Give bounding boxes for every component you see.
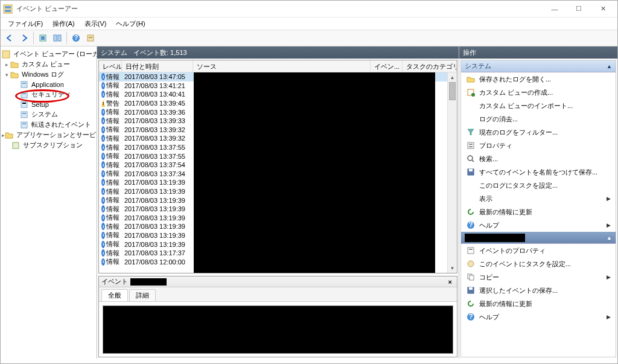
col-source[interactable]: ソース bbox=[193, 60, 371, 72]
properties-icon bbox=[466, 141, 476, 150]
action-open-saved-log[interactable]: 保存されたログを開く... bbox=[461, 72, 616, 86]
actions-pane: 操作 システム▲ 保存されたログを開く... カスタム ビューの作成... カス… bbox=[459, 46, 617, 359]
svg-point-24 bbox=[471, 93, 475, 97]
properties-icon bbox=[466, 246, 476, 255]
info-icon: i bbox=[101, 214, 105, 222]
tree-subscription[interactable]: サブスクリプション bbox=[1, 140, 97, 150]
info-icon: i bbox=[101, 144, 105, 151]
svg-rect-15 bbox=[22, 93, 26, 94]
tree-security[interactable]: セキュリティ bbox=[1, 89, 97, 100]
action-clear-log[interactable]: ログの消去... bbox=[461, 112, 616, 126]
toolbar-btn-1[interactable] bbox=[36, 31, 49, 45]
maximize-button[interactable]: ☐ bbox=[567, 2, 591, 16]
svg-rect-20 bbox=[21, 122, 27, 128]
help-icon: ? bbox=[466, 220, 476, 230]
folder-icon bbox=[10, 60, 19, 69]
action-attach-task[interactable]: このログにタスクを設定... bbox=[461, 179, 616, 192]
menu-file[interactable]: ファイル(F) bbox=[3, 18, 48, 30]
svg-rect-25 bbox=[468, 142, 474, 148]
tree-app-service[interactable]: ▸アプリケーションとサービス ログ bbox=[1, 130, 97, 140]
tree-setup[interactable]: Setup bbox=[1, 100, 97, 109]
action-attach-task-event[interactable]: このイベントにタスクを設定... bbox=[461, 257, 616, 270]
action-view[interactable]: 表示▶ bbox=[461, 192, 616, 205]
menu-view[interactable]: 表示(V) bbox=[80, 18, 112, 30]
forward-button[interactable] bbox=[18, 31, 31, 45]
event-datetime: 2017/08/03 13:39:33 bbox=[122, 117, 193, 124]
svg-rect-13 bbox=[22, 83, 26, 84]
tree-system[interactable]: システム bbox=[1, 109, 97, 120]
toolbar-btn-3[interactable] bbox=[84, 31, 97, 45]
minimize-button[interactable]: — bbox=[543, 2, 567, 16]
chevron-right-icon[interactable]: ▸ bbox=[3, 62, 10, 68]
event-level-label: 情報 bbox=[106, 107, 119, 117]
tree-custom-view[interactable]: ▸カスタム ビュー bbox=[1, 59, 97, 69]
event-datetime: 2017/08/03 13:39:45 bbox=[122, 100, 193, 107]
event-datetime: 2017/08/03 13:47:05 bbox=[122, 73, 193, 80]
col-eventid[interactable]: イベン... bbox=[371, 60, 403, 72]
action-filter-log[interactable]: 現在のログをフィルター... bbox=[461, 126, 616, 139]
menu-help[interactable]: ヘルプ(H) bbox=[111, 18, 150, 30]
scroll-down-icon[interactable]: ▼ bbox=[448, 263, 457, 273]
action-copy[interactable]: コピー▶ bbox=[461, 270, 616, 284]
chevron-down-icon[interactable]: ▾ bbox=[3, 72, 10, 78]
tab-general[interactable]: 全般 bbox=[101, 289, 128, 301]
refresh-icon bbox=[466, 207, 476, 217]
column-headers: レベル 日付と時刻 ソース イベン... タスクのカテゴリ bbox=[99, 60, 457, 72]
col-datetime[interactable]: 日付と時刻 bbox=[122, 60, 193, 72]
tree-application[interactable]: Application bbox=[1, 80, 97, 89]
svg-text:?: ? bbox=[74, 34, 78, 41]
action-create-custom-view[interactable]: カスタム ビューの作成... bbox=[461, 86, 616, 99]
svg-rect-35 bbox=[469, 249, 473, 250]
detail-pane: イベント × 全般 詳細 bbox=[98, 276, 457, 357]
scroll-up-icon[interactable]: ▲ bbox=[448, 72, 457, 82]
action-properties[interactable]: プロパティ bbox=[461, 139, 616, 152]
save-icon bbox=[466, 167, 476, 177]
log-icon bbox=[20, 80, 28, 89]
redacted-event-name bbox=[130, 278, 167, 286]
svg-rect-18 bbox=[21, 112, 27, 118]
event-level-label: 警告 bbox=[106, 99, 119, 108]
tab-detail[interactable]: 詳細 bbox=[129, 289, 156, 301]
copy-icon bbox=[466, 272, 476, 282]
actions-section-event[interactable]: ▲ bbox=[461, 232, 616, 244]
tree-forwarded[interactable]: 転送されたイベント bbox=[1, 120, 97, 130]
info-icon: i bbox=[101, 188, 105, 195]
info-icon: i bbox=[101, 179, 105, 186]
scrollbar[interactable]: ▲ ▼ bbox=[447, 72, 457, 273]
detail-header-label: イベント bbox=[101, 277, 128, 286]
action-save-selected[interactable]: 選択したイベントの保存... bbox=[461, 284, 616, 297]
help-button[interactable]: ? bbox=[69, 31, 83, 45]
info-icon: i bbox=[101, 161, 105, 168]
event-datetime: 2017/08/03 13:40:41 bbox=[122, 91, 193, 98]
back-button[interactable] bbox=[3, 31, 16, 45]
scroll-thumb[interactable] bbox=[449, 82, 456, 100]
toolbar-btn-2[interactable] bbox=[51, 31, 64, 45]
tree-windows-log[interactable]: ▾Windows ログ bbox=[1, 69, 97, 80]
event-level-label: 情報 bbox=[106, 90, 119, 99]
event-level-label: 情報 bbox=[106, 134, 119, 143]
center-pane: システム イベント数: 1,513 レベル 日付と時刻 ソース イベン... タ… bbox=[97, 46, 459, 359]
action-help[interactable]: ?ヘルプ▶ bbox=[461, 219, 616, 232]
svg-rect-27 bbox=[469, 146, 473, 147]
event-datetime: 2017/08/03 13:19:39 bbox=[122, 179, 193, 186]
action-help2[interactable]: ?ヘルプ▶ bbox=[461, 310, 616, 324]
event-datetime: 2017/08/03 13:17:37 bbox=[122, 249, 193, 257]
col-category[interactable]: タスクのカテゴリ bbox=[403, 60, 457, 72]
action-import-custom-view[interactable]: カスタム ビューのインポート... bbox=[461, 99, 616, 112]
detail-close-button[interactable]: × bbox=[446, 278, 454, 286]
event-datetime: 2017/08/03 13:19:39 bbox=[122, 241, 193, 248]
action-refresh2[interactable]: 最新の情報に更新 bbox=[461, 297, 616, 310]
col-level[interactable]: レベル bbox=[99, 60, 122, 72]
close-button[interactable]: ✕ bbox=[591, 2, 615, 16]
action-find[interactable]: 検索... bbox=[461, 152, 616, 165]
svg-rect-6 bbox=[58, 35, 61, 41]
actions-section-system[interactable]: システム▲ bbox=[461, 60, 616, 72]
action-refresh[interactable]: 最新の情報に更新 bbox=[461, 205, 616, 219]
action-save-all[interactable]: すべてのイベントを名前をつけて保存... bbox=[461, 165, 616, 179]
menu-action[interactable]: 操作(A) bbox=[48, 18, 80, 30]
tree-root[interactable]: イベント ビューアー (ローカル) bbox=[1, 49, 97, 59]
info-icon: i bbox=[101, 223, 105, 230]
action-event-properties[interactable]: イベントのプロパティ bbox=[461, 244, 616, 257]
event-level-label: 情報 bbox=[106, 125, 119, 134]
info-icon: i bbox=[101, 126, 105, 133]
